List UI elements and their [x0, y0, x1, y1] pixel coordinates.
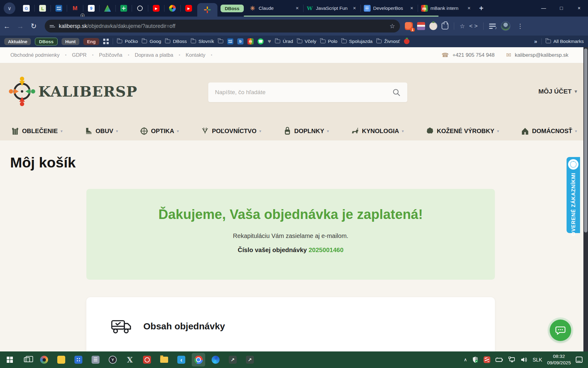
address-bar[interactable]: kalibersp.sk/objednavka/dakujeme/?autore…: [45, 20, 400, 33]
tab-javascript[interactable]: W JavaScript Fun ×: [303, 0, 360, 17]
nav-polovnictvo[interactable]: POĽOVNÍCTVO▾: [201, 127, 261, 135]
file-explorer-button[interactable]: [157, 353, 171, 366]
tab-developerbox[interactable]: DeveloperBos ×: [361, 0, 418, 17]
bookmark-folder-spolujazda[interactable]: Spolujazda: [341, 39, 373, 44]
bookmark-folder-pocko[interactable]: Počko: [117, 39, 138, 44]
account-menu[interactable]: MÔJ ÚČET ▾: [538, 88, 577, 95]
extension-icon-tomato[interactable]: [429, 22, 437, 30]
extension-icon-1[interactable]: 1: [405, 22, 413, 30]
forward-button[interactable]: →: [13, 22, 27, 30]
tomato-bookmark-icon[interactable]: [404, 39, 409, 44]
bookmark-folder-polo[interactable]: Polo: [320, 39, 337, 44]
pinned-tab-google-calendar[interactable]: 9: [83, 0, 99, 17]
media-playlist-icon[interactable]: [489, 23, 496, 29]
apps-grid-icon[interactable]: [103, 39, 109, 44]
nav-kynologia[interactable]: KYNOLOGIA▾: [351, 127, 404, 135]
network-icon[interactable]: [508, 357, 515, 363]
nav-optika[interactable]: OPTIKA▾: [140, 127, 179, 135]
taskbar-app-media[interactable]: [37, 353, 51, 366]
tab-claude[interactable]: ✳ Claude ×: [246, 0, 303, 17]
reading-list-star-icon[interactable]: ☆: [460, 23, 465, 30]
close-button[interactable]: ×: [570, 0, 588, 17]
site-logo[interactable]: KALIBERSP: [10, 78, 137, 105]
pinned-tab-chatgpt[interactable]: [132, 0, 148, 17]
nav-doplnky[interactable]: DOPLNKY▾: [283, 127, 329, 135]
close-tab-icon[interactable]: ×: [352, 5, 357, 11]
site-info-icon[interactable]: [50, 25, 55, 27]
pinned-tab-google-photos[interactable]: [164, 0, 180, 17]
nav-domacnost[interactable]: DOMÁCNOSŤ▾: [521, 127, 577, 135]
profile-avatar[interactable]: [501, 21, 511, 31]
taskbar-app-clipboard[interactable]: [89, 353, 102, 366]
bookmark-folder-urad[interactable]: Úrad: [275, 39, 293, 44]
pinned-tab-google-sheets[interactable]: [116, 0, 132, 17]
new-tab-button[interactable]: +: [479, 4, 484, 13]
taskbar-app-red[interactable]: [140, 353, 154, 366]
back-button[interactable]: ←: [0, 22, 13, 30]
pinned-tab-google-translate[interactable]: G: [18, 0, 34, 17]
taskbar-clock[interactable]: 08:32 09/09/2025: [547, 353, 571, 366]
close-tab-icon[interactable]: ×: [295, 5, 300, 11]
tab-group-chip[interactable]: DBoss: [221, 5, 244, 12]
link-gdpr[interactable]: GDPR: [72, 52, 87, 58]
close-tab-icon[interactable]: ×: [409, 5, 415, 11]
start-button[interactable]: [3, 353, 17, 366]
search-icon[interactable]: [392, 88, 401, 97]
todoist-icon[interactable]: [484, 356, 490, 363]
link-obchodne-podmienky[interactable]: Obchodné podmienky: [10, 52, 60, 58]
security-shield-icon[interactable]: [472, 356, 479, 363]
taskbar-app-util1[interactable]: [226, 353, 239, 366]
verified-customers-badge[interactable]: OVERENÉ ZÁKAZNÍKMI: [567, 157, 580, 233]
pinned-tab-azet-mail[interactable]: azet mail: [51, 0, 67, 17]
task-view-button[interactable]: [20, 353, 34, 366]
whatsapp-icon[interactable]: ☎: [258, 38, 264, 44]
extension-icon-books[interactable]: [417, 22, 425, 30]
link-doprava-a-platba[interactable]: Doprava a platba: [135, 52, 173, 58]
azet-mail-bookmark-icon[interactable]: azet mail: [227, 38, 233, 44]
email-link[interactable]: kalibersp@kalibersp.sk: [515, 52, 568, 58]
scrollbar-thumb[interactable]: [584, 48, 587, 232]
pinned-tab-youtube-2[interactable]: ▶: [181, 0, 197, 17]
tab-mbank[interactable]: m mBank intern ×: [418, 0, 475, 17]
taskbar-app-wheel[interactable]: [106, 353, 119, 366]
search-input[interactable]: [215, 89, 392, 96]
taskbar-app-xtool[interactable]: X: [123, 353, 137, 366]
bookmarks-overflow-icon[interactable]: »: [534, 38, 537, 45]
notification-center-icon[interactable]: [576, 357, 582, 363]
edge-button[interactable]: [209, 353, 222, 366]
bookmark-folder-vcely[interactable]: Včely: [297, 39, 316, 44]
bookmark-star-icon[interactable]: ☆: [390, 22, 395, 30]
maximize-button[interactable]: □: [552, 0, 570, 17]
b-site-bookmark-icon[interactable]: b: [237, 38, 243, 44]
tab-group-chip-dboss[interactable]: DBoss: [35, 38, 58, 45]
chrome-button[interactable]: [192, 353, 205, 366]
scrollbar-track[interactable]: [583, 47, 588, 351]
tab-group-chip-aktualne[interactable]: Aktuálne: [4, 38, 31, 45]
active-tab-kalibersp[interactable]: [197, 3, 217, 17]
bookmark-folder-slovnik[interactable]: Slovník: [191, 39, 214, 44]
tab-group-chip-hunt[interactable]: Hunt: [62, 38, 79, 45]
chat-widget-button[interactable]: [550, 320, 571, 341]
bookmark-folder-dboss[interactable]: DBoss: [165, 39, 187, 44]
pinned-tab-youtube[interactable]: ▶: [148, 0, 164, 17]
link-kontakty[interactable]: Kontakty: [186, 52, 205, 58]
tab-search-button[interactable]: ∨: [4, 2, 15, 14]
nav-oblecenie[interactable]: OBLEČENIE▾: [11, 127, 62, 135]
devtools-code-icon[interactable]: < >: [469, 23, 477, 29]
taskbar-app-grid[interactable]: [72, 353, 85, 366]
vscode-button[interactable]: [175, 353, 188, 366]
link-pozicovna[interactable]: Požičovňa: [99, 52, 122, 58]
pinned-tab-google-drive[interactable]: [100, 0, 115, 17]
nav-kozene-vyrobky[interactable]: KOŽENÉ VÝROBKY▾: [426, 127, 499, 135]
pinned-tab-gmail[interactable]: M0: [67, 0, 83, 17]
extensions-puzzle-icon[interactable]: [442, 23, 448, 29]
battery-icon[interactable]: [495, 357, 503, 362]
reload-button[interactable]: ↻: [27, 22, 40, 30]
volume-icon[interactable]: [520, 357, 528, 363]
nav-obuv[interactable]: OBUV▾: [85, 127, 118, 135]
bookmark-folder-zivnost[interactable]: Živnosť: [376, 39, 400, 44]
all-bookmarks[interactable]: All Bookmarks: [546, 39, 584, 44]
bookmark-folder-unnamed[interactable]: [218, 40, 223, 43]
close-tab-icon[interactable]: ×: [466, 5, 472, 11]
taskbar-app-util2[interactable]: [243, 353, 257, 366]
